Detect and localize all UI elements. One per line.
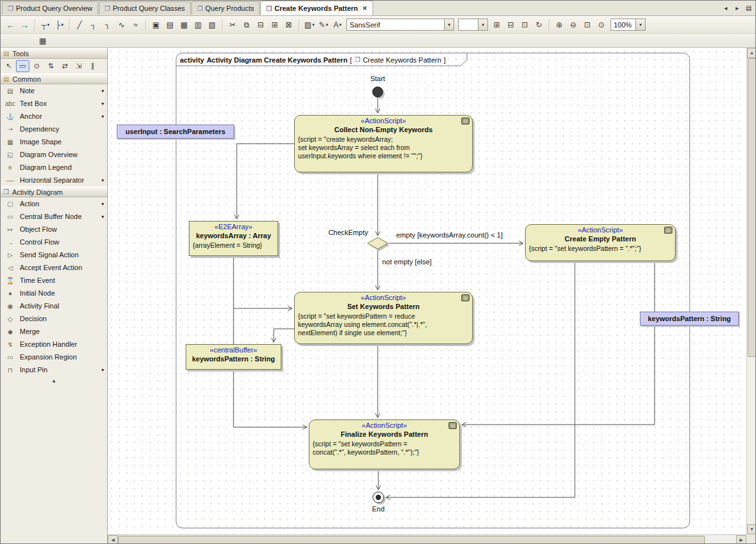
action-finalize-keywords-pattern[interactable]: ◎ «ActionScript» Finalize Keywords Patte… [309, 419, 460, 469]
palette-item-diagram-overview[interactable]: ◱ Diagram Overview [1, 148, 107, 161]
vertical-scroll-thumb[interactable] [748, 58, 756, 357]
swimlanes-button[interactable]: ▦ [36, 34, 49, 47]
chevron-down-icon[interactable]: ▾ [635, 19, 645, 30]
palette-item-send-signal-action[interactable]: ▷ Send Signal Action [1, 248, 107, 261]
toolbar-button[interactable] [299, 19, 300, 31]
chevron-down-icon[interactable]: ▾ [101, 178, 104, 183]
tab-product-query-overview[interactable]: ❐ Product Query Overview [2, 1, 98, 15]
font-size-combo[interactable]: ▾ [458, 19, 488, 31]
toolbar-button[interactable] [34, 19, 36, 31]
palette-item-initial-node[interactable]: ● Initial Node [1, 287, 107, 299]
align-vertical-tool-button[interactable]: ⇅ [44, 60, 57, 72]
palette-section-activity-diagram[interactable]: ❐ Activity Diagram [1, 186, 107, 197]
tab-product-query-classes[interactable]: ❐ Product Query Classes [99, 1, 191, 15]
toolbar-button[interactable] [222, 19, 223, 31]
chevron-down-icon[interactable]: ▾ [101, 88, 104, 94]
palette-item-time-event[interactable]: ⌛ Time Event [1, 274, 107, 287]
tree-structure-button[interactable]: ┬▾ [39, 19, 52, 31]
toolbar-button[interactable] [145, 19, 147, 31]
make-same-height-button[interactable]: ▤ [164, 19, 177, 31]
action-set-keywords-pattern[interactable]: ◎ «ActionScript» Set Keywords Pattern {s… [294, 292, 473, 344]
palette-section-common[interactable]: ▤ Common [1, 73, 107, 84]
scroll-left-button[interactable]: ◀ [108, 535, 118, 544]
tree-layout-button[interactable]: ├▾ [53, 19, 66, 31]
next-tab-button[interactable]: ▸ [732, 3, 743, 13]
rectilinear-path-button[interactable]: ┐ [87, 19, 100, 31]
resize-tool-button[interactable]: ⇲ [72, 60, 85, 72]
palette-item-control-flow[interactable]: → Control Flow [1, 236, 107, 248]
palette-item-exception-handler[interactable]: ↯ Exception Handler [1, 338, 107, 351]
scroll-up-button[interactable]: ▲ [747, 48, 756, 58]
horizontal-scroll-thumb[interactable] [118, 536, 705, 544]
palette-item-action[interactable]: ▢ Action ▾ [1, 197, 107, 210]
chevron-down-icon[interactable]: ▾ [101, 101, 104, 107]
action-collect-non-empty-keywords[interactable]: ◎ «ActionScript» Collect Non-Empty Keywo… [294, 115, 473, 172]
objectflow-collect-to-keywordsarray[interactable] [237, 144, 294, 219]
zoom-out-button[interactable]: ⊖ [567, 19, 580, 31]
palette-item-central-buffer-node[interactable]: ▭ Central Buffer Node ▾ [1, 210, 107, 223]
fill-color-button[interactable]: ▨▾ [303, 19, 316, 31]
font-family-combo[interactable]: SansSerif ▾ [346, 19, 454, 31]
objectflow-keywordsarray-to-set-pattern[interactable] [233, 256, 292, 308]
palette-section-tools[interactable]: ▤ Tools [1, 48, 107, 59]
paste-button[interactable]: ⊟ [255, 19, 267, 31]
show-compartment-button[interactable]: ⊡ [519, 19, 531, 31]
tab-create-keywords-pattern[interactable]: ❐ Create Keywords Pattern ✕ [260, 1, 373, 15]
palette-item-diagram-legend[interactable]: ≡ Diagram Legend [1, 161, 107, 174]
palette-item-image-shape[interactable]: ▦ Image Shape [1, 135, 107, 148]
zoom-level-combo[interactable]: 100% ▾ [611, 19, 646, 31]
decision-node[interactable] [367, 238, 390, 251]
curved-path-button[interactable]: ∿ [115, 19, 128, 31]
objectflow-create-empty-to-finalize[interactable] [462, 261, 655, 425]
zoom-tool-button[interactable]: ⊙ [30, 60, 43, 72]
vertical-scrollbar[interactable]: ▲ ▼ [746, 48, 756, 534]
add-compartment-button[interactable]: ⊞ [491, 19, 503, 31]
scroll-right-button[interactable]: ▶ [736, 535, 746, 544]
distribute-shapes-button[interactable]: ▧ [206, 19, 219, 31]
palette-item-text-box[interactable]: abc Text Box ▾ [1, 97, 107, 110]
pointer-tool-button[interactable]: ↖ [2, 60, 15, 72]
toolbar-button[interactable] [69, 19, 70, 31]
object-node-keywords-array[interactable]: «E2EArray» keywordsArray : Array {arrayE… [189, 221, 278, 256]
activity-final-node[interactable] [373, 492, 386, 505]
palette-item-accept-event-action[interactable]: ◁ Accept Event Action [1, 261, 107, 274]
selection-tool-button[interactable]: ▭ [16, 60, 29, 72]
toolbar-button[interactable] [549, 19, 550, 31]
action-create-empty-pattern[interactable]: ◎ «ActionScript» Create Empty Pattern {s… [525, 224, 676, 261]
palette-item-dependency[interactable]: ⇢ Dependency [1, 123, 107, 135]
previous-tab-button[interactable]: ◂ [720, 3, 731, 13]
spline-path-button[interactable]: ≈ [130, 19, 142, 31]
palette-scroll-up-button[interactable]: ▲ [1, 378, 107, 387]
delete-button[interactable]: ⊠ [283, 19, 295, 31]
tab-list-button[interactable]: ▤ [743, 3, 754, 13]
align-horizontal-tool-button[interactable]: ⇄ [58, 60, 71, 72]
palette-item-note[interactable]: ▤ Note ▾ [1, 84, 107, 97]
chevron-down-icon[interactable]: ▾ [101, 114, 104, 119]
text-color-button[interactable]: A▾ [331, 19, 344, 31]
zoom-in-button[interactable]: ⊕ [553, 19, 566, 31]
cut-button[interactable]: ✂ [226, 19, 239, 31]
chevron-down-icon[interactable]: ▾ [478, 19, 487, 30]
pin-user-input[interactable]: userInput : SearchParameters [117, 125, 234, 139]
guard-not-empty-label[interactable]: not empty [else] [382, 258, 432, 266]
line-color-button[interactable]: ✎▾ [317, 19, 330, 31]
decision-name-label[interactable]: CheckEmpty [313, 229, 368, 237]
make-same-size-button[interactable]: ▦ [178, 19, 191, 31]
edit-compartment-button[interactable]: ⊟ [505, 19, 517, 31]
refresh-button[interactable]: ↻ [533, 19, 545, 31]
palette-item-anchor[interactable]: ⚓ Anchor ▾ [1, 110, 107, 123]
scroll-down-button[interactable]: ▼ [747, 524, 756, 534]
palette-item-decision[interactable]: ◇ Decision [1, 312, 107, 325]
forward-button[interactable]: → [19, 19, 31, 31]
close-icon[interactable]: ✕ [362, 5, 367, 11]
pin-keywords-pattern[interactable]: keywordsPattern : String [640, 312, 739, 326]
initial-node[interactable] [373, 87, 385, 99]
palette-item-merge[interactable]: ◆ Merge [1, 325, 107, 338]
chevron-down-icon[interactable]: ▾ [444, 19, 454, 30]
oblique-path-button[interactable]: ╱ [73, 19, 86, 31]
tab-query-products[interactable]: ❐ Query Products [191, 1, 260, 15]
rounded-path-button[interactable]: ╮ [101, 19, 114, 31]
align-shapes-button[interactable]: ▥ [192, 19, 205, 31]
chevron-down-icon[interactable]: ▾ [101, 201, 104, 207]
chevron-down-icon[interactable]: ▾ [101, 214, 104, 220]
